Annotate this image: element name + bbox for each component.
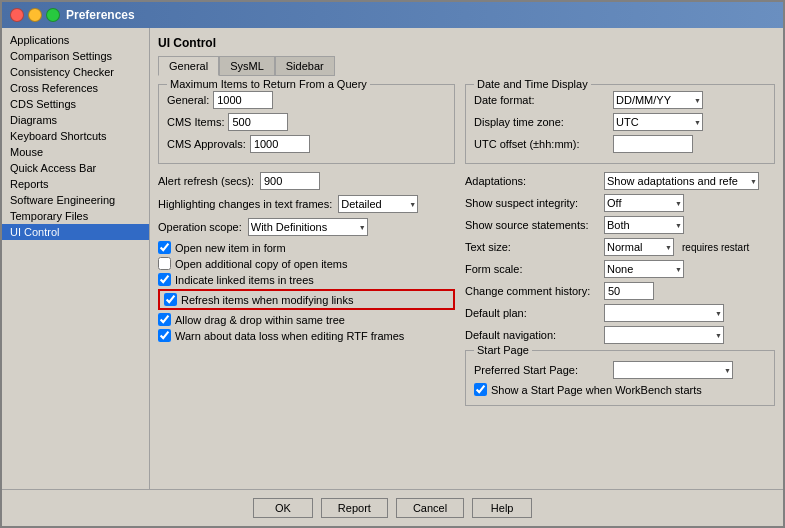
form-scale-label: Form scale:: [465, 263, 600, 275]
text-size-label: Text size:: [465, 241, 600, 253]
timezone-select[interactable]: UTC Local Server: [613, 113, 703, 131]
text-size-select-wrapper: Normal Large Small: [604, 238, 674, 256]
source-statements-select[interactable]: Both None First: [604, 216, 684, 234]
checkbox-open-new-item: Open new item in form: [158, 241, 455, 254]
default-navigation-row: Default navigation:: [465, 326, 775, 344]
default-navigation-label: Default navigation:: [465, 329, 600, 341]
sidebar-item-cross-references[interactable]: Cross References: [2, 80, 149, 96]
tab-sysml[interactable]: SysML: [219, 56, 275, 76]
preferred-start-select-wrapper: [613, 361, 733, 379]
warn-data-loss-checkbox[interactable]: [158, 329, 171, 342]
sidebar-item-applications[interactable]: Applications: [2, 32, 149, 48]
sidebar-item-ui-control[interactable]: UI Control: [2, 224, 149, 240]
sidebar-item-mouse[interactable]: Mouse: [2, 144, 149, 160]
tab-general[interactable]: General: [158, 56, 219, 76]
text-size-row: Text size: Normal Large Small requires r…: [465, 238, 775, 256]
indicate-linked-checkbox[interactable]: [158, 273, 171, 286]
ok-button[interactable]: OK: [253, 498, 313, 518]
maximize-button[interactable]: [46, 8, 60, 22]
cancel-button[interactable]: Cancel: [396, 498, 464, 518]
warn-data-loss-label: Warn about data loss when editing RTF fr…: [175, 330, 404, 342]
alert-refresh-input[interactable]: [260, 172, 320, 190]
show-start-page-row: Show a Start Page when WorkBench starts: [474, 383, 766, 396]
cms-items-row: CMS Items:: [167, 113, 446, 131]
checkbox-warn-data-loss: Warn about data loss when editing RTF fr…: [158, 329, 455, 342]
cms-approvals-row: CMS Approvals:: [167, 135, 446, 153]
title-bar: Preferences: [2, 2, 783, 28]
preferred-start-row: Preferred Start Page:: [474, 361, 766, 379]
highlighting-row: Highlighting changes in text frames: Det…: [158, 195, 455, 213]
sidebar-item-reports[interactable]: Reports: [2, 176, 149, 192]
general-label: General:: [167, 94, 209, 106]
indicate-linked-label: Indicate linked items in trees: [175, 274, 314, 286]
preferred-start-select[interactable]: [613, 361, 733, 379]
default-plan-select[interactable]: [604, 304, 724, 322]
sidebar-item-cds-settings[interactable]: CDS Settings: [2, 96, 149, 112]
date-format-select[interactable]: DD/MM/YY MM/DD/YY YY/MM/DD: [613, 91, 703, 109]
form-scale-select-wrapper: None Small Large: [604, 260, 684, 278]
sidebar-item-keyboard-shortcuts[interactable]: Keyboard Shortcuts: [2, 128, 149, 144]
minimize-button[interactable]: [28, 8, 42, 22]
text-size-note: requires restart: [682, 242, 749, 253]
sidebar-item-consistency-checker[interactable]: Consistency Checker: [2, 64, 149, 80]
timezone-label: Display time zone:: [474, 116, 609, 128]
sidebar-item-quick-access-bar[interactable]: Quick Access Bar: [2, 160, 149, 176]
alert-refresh-label: Alert refresh (secs):: [158, 175, 254, 187]
close-button[interactable]: [10, 8, 24, 22]
cms-items-input[interactable]: [228, 113, 288, 131]
cms-approvals-input[interactable]: [250, 135, 310, 153]
help-button[interactable]: Help: [472, 498, 532, 518]
date-time-group-title: Date and Time Display: [474, 78, 591, 90]
bottom-bar: OK Report Cancel Help: [2, 489, 783, 526]
general-input[interactable]: [213, 91, 273, 109]
suspect-integrity-select[interactable]: Off On: [604, 194, 684, 212]
window-body: Applications Comparison Settings Consist…: [2, 28, 783, 489]
source-statements-row: Show source statements: Both None First: [465, 216, 775, 234]
operation-scope-select-wrapper: With Definitions Without Definitions Bot…: [248, 218, 368, 236]
query-group-title: Maximum Items to Return From a Query: [167, 78, 370, 90]
sidebar-item-comparison-settings[interactable]: Comparison Settings: [2, 48, 149, 64]
text-size-select[interactable]: Normal Large Small: [604, 238, 674, 256]
open-additional-checkbox[interactable]: [158, 257, 171, 270]
start-page-group: Start Page Preferred Start Page: Sh: [465, 350, 775, 406]
sidebar-item-temporary-files[interactable]: Temporary Files: [2, 208, 149, 224]
suspect-integrity-select-wrapper: Off On: [604, 194, 684, 212]
source-statements-label: Show source statements:: [465, 219, 600, 231]
show-start-page-checkbox[interactable]: [474, 383, 487, 396]
content-area: Maximum Items to Return From a Query Gen…: [158, 84, 775, 406]
report-button[interactable]: Report: [321, 498, 388, 518]
section-title: UI Control: [158, 36, 775, 50]
sidebar-item-diagrams[interactable]: Diagrams: [2, 112, 149, 128]
refresh-items-checkbox[interactable]: [164, 293, 177, 306]
default-navigation-select[interactable]: [604, 326, 724, 344]
sidebar-item-software-engineering[interactable]: Software Engineering: [2, 192, 149, 208]
source-statements-select-wrapper: Both None First: [604, 216, 684, 234]
highlighting-select[interactable]: Detailed Normal None: [338, 195, 418, 213]
date-format-row: Date format: DD/MM/YY MM/DD/YY YY/MM/DD: [474, 91, 766, 109]
general-row: General:: [167, 91, 446, 109]
window-controls: [10, 8, 60, 22]
adaptations-row: Adaptations: Show adaptations and refe H…: [465, 172, 775, 190]
refresh-items-label: Refresh items when modifying links: [181, 294, 353, 306]
date-format-select-wrapper: DD/MM/YY MM/DD/YY YY/MM/DD: [613, 91, 703, 109]
operation-scope-label: Operation scope:: [158, 221, 242, 233]
timezone-row: Display time zone: UTC Local Server: [474, 113, 766, 131]
change-comment-row: Change comment history:: [465, 282, 775, 300]
suspect-integrity-row: Show suspect integrity: Off On: [465, 194, 775, 212]
tab-sidebar[interactable]: Sidebar: [275, 56, 335, 76]
utc-offset-input[interactable]: [613, 135, 693, 153]
open-additional-label: Open additional copy of open items: [175, 258, 347, 270]
sidebar: Applications Comparison Settings Consist…: [2, 28, 150, 489]
timezone-select-wrapper: UTC Local Server: [613, 113, 703, 131]
show-start-page-label: Show a Start Page when WorkBench starts: [491, 384, 702, 396]
allow-drag-checkbox[interactable]: [158, 313, 171, 326]
preferences-window: Preferences Applications Comparison Sett…: [0, 0, 785, 528]
adaptations-select[interactable]: Show adaptations and refe Hide adaptatio…: [604, 172, 759, 190]
default-plan-select-wrapper: [604, 304, 724, 322]
open-new-item-label: Open new item in form: [175, 242, 286, 254]
open-new-item-checkbox[interactable]: [158, 241, 171, 254]
checkbox-open-additional: Open additional copy of open items: [158, 257, 455, 270]
operation-scope-select[interactable]: With Definitions Without Definitions Bot…: [248, 218, 368, 236]
change-comment-input[interactable]: [604, 282, 654, 300]
form-scale-select[interactable]: None Small Large: [604, 260, 684, 278]
